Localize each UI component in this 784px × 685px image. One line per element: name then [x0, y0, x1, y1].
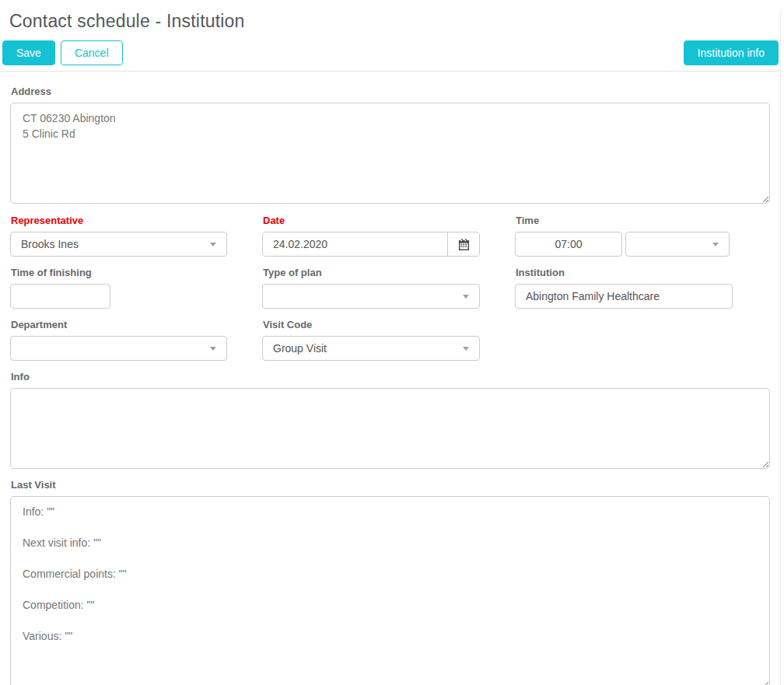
time-of-finishing-label: Time of finishing — [11, 267, 226, 278]
type-of-plan-label: Type of plan — [263, 267, 479, 278]
info-field: Info — [10, 371, 769, 469]
representative-select[interactable]: Brooks Ines — [10, 232, 227, 257]
institution-input[interactable] — [515, 284, 733, 309]
chevron-down-icon — [210, 243, 216, 246]
time-of-finishing-field: Time of finishing — [10, 267, 227, 309]
row-finishing-plan-institution: Time of finishing Type of plan Instituti… — [10, 267, 769, 309]
date-field: Date — [262, 215, 480, 257]
cancel-button[interactable]: Cancel — [61, 40, 123, 65]
contact-schedule-page: Contact schedule - Institution Save Canc… — [0, 11, 781, 685]
representative-field: Representative Brooks Ines — [10, 215, 227, 257]
contact-schedule-form: Address CT 06230 Abington 5 Clinic Rd Re… — [0, 72, 780, 685]
date-label: Date — [263, 215, 479, 226]
visit-code-field: Visit Code Group Visit — [262, 319, 480, 361]
visit-code-label: Visit Code — [263, 319, 479, 330]
department-select[interactable] — [10, 336, 227, 361]
time-controls — [515, 232, 730, 257]
last-visit-field: Last Visit Info: "" Next visit info: "" … — [10, 479, 769, 685]
representative-label: Representative — [11, 215, 226, 226]
date-input[interactable] — [263, 232, 447, 256]
chevron-down-icon — [712, 243, 719, 246]
date-picker-button[interactable] — [447, 232, 479, 256]
time-period-select[interactable] — [625, 232, 730, 257]
row-department-visitcode: Department Visit Code Group Visit — [10, 319, 769, 361]
time-input[interactable] — [515, 232, 622, 257]
toolbar: Save Cancel Institution info — [0, 40, 780, 65]
type-of-plan-field: Type of plan — [262, 267, 480, 309]
last-visit-label: Last Visit — [11, 479, 768, 491]
institution-field: Institution — [515, 267, 733, 309]
type-of-plan-select[interactable] — [262, 284, 480, 309]
time-label: Time — [516, 215, 732, 226]
info-label: Info — [11, 371, 768, 383]
info-textarea[interactable] — [10, 388, 770, 469]
visit-code-select[interactable]: Group Visit — [262, 336, 480, 361]
save-button[interactable]: Save — [2, 40, 55, 65]
row-representative-date-time: Representative Brooks Ines Date — [10, 215, 769, 257]
address-label: Address — [11, 86, 768, 97]
time-field: Time — [515, 215, 733, 257]
address-textarea[interactable]: CT 06230 Abington 5 Clinic Rd — [10, 103, 770, 204]
time-of-finishing-input[interactable] — [10, 284, 110, 309]
chevron-down-icon — [463, 295, 469, 299]
institution-info-button[interactable]: Institution info — [684, 40, 779, 65]
visit-code-select-value: Group Visit — [273, 342, 327, 355]
date-input-group — [262, 232, 480, 257]
address-field: Address CT 06230 Abington 5 Clinic Rd — [10, 86, 769, 204]
page-title: Contact schedule - Institution — [9, 11, 780, 32]
institution-label: Institution — [516, 267, 732, 278]
department-label: Department — [11, 319, 226, 330]
representative-select-value: Brooks Ines — [21, 238, 79, 250]
chevron-down-icon — [463, 347, 469, 351]
calendar-icon — [458, 239, 470, 250]
last-visit-textarea[interactable]: Info: "" Next visit info: "" Commercial … — [10, 496, 770, 685]
chevron-down-icon — [210, 347, 216, 351]
department-field: Department — [10, 319, 227, 361]
